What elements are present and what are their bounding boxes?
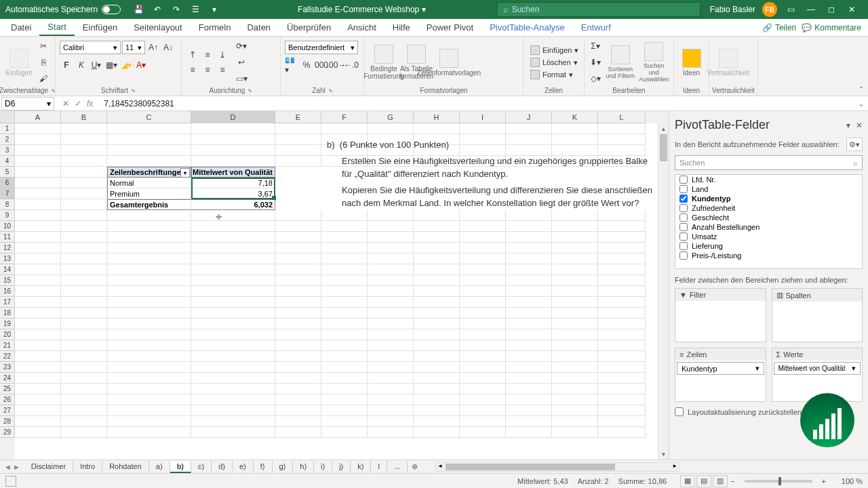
- field-item[interactable]: Geschlecht: [675, 213, 862, 222]
- cell[interactable]: [61, 308, 107, 319]
- page-break-view-icon[interactable]: ▥: [713, 475, 728, 487]
- row-header[interactable]: 28: [0, 416, 15, 427]
- autosave-toggle[interactable]: Automatisches Speichern: [0, 5, 126, 14]
- cell[interactable]: [460, 264, 506, 275]
- cut-icon[interactable]: ✂: [37, 39, 50, 53]
- select-all-button[interactable]: [0, 111, 15, 123]
- cell[interactable]: [61, 286, 107, 297]
- cell[interactable]: [191, 156, 275, 167]
- cell[interactable]: [15, 329, 61, 340]
- cell[interactable]: [321, 340, 368, 351]
- cell[interactable]: [191, 264, 275, 275]
- cell[interactable]: [191, 253, 275, 264]
- cell[interactable]: [368, 221, 414, 232]
- row-header[interactable]: 12: [0, 243, 15, 253]
- cell[interactable]: [414, 329, 460, 340]
- cell[interactable]: [414, 275, 460, 286]
- cell[interactable]: [107, 210, 191, 221]
- cell[interactable]: [460, 394, 506, 405]
- cell[interactable]: [460, 286, 506, 297]
- sheet-tab[interactable]: i): [314, 461, 332, 473]
- cell[interactable]: [61, 362, 107, 373]
- sheet-tab[interactable]: Rohdaten: [102, 461, 149, 473]
- cell[interactable]: [460, 340, 506, 351]
- add-sheet-icon[interactable]: ⊕: [408, 462, 422, 471]
- cell[interactable]: [15, 373, 61, 384]
- row-header[interactable]: 13: [0, 253, 15, 264]
- cell[interactable]: [460, 416, 506, 427]
- cell[interactable]: [61, 210, 107, 221]
- macro-record-icon[interactable]: [5, 476, 16, 487]
- field-item[interactable]: Land: [675, 184, 862, 194]
- cell[interactable]: [191, 286, 275, 297]
- cell[interactable]: [15, 210, 61, 221]
- spreadsheet-grid[interactable]: ABCDEFGHIJKL 123456789101112131415161718…: [0, 111, 669, 460]
- cell[interactable]: [506, 253, 552, 264]
- cell[interactable]: [107, 145, 191, 156]
- cell[interactable]: [368, 253, 414, 264]
- row-header[interactable]: 27: [0, 405, 15, 416]
- cell[interactable]: [506, 319, 552, 329]
- tab-start[interactable]: Start: [39, 19, 74, 36]
- cell[interactable]: [275, 319, 321, 329]
- cell[interactable]: [275, 405, 321, 416]
- field-item[interactable]: Preis-/Leistung: [675, 251, 862, 260]
- cell[interactable]: [61, 351, 107, 362]
- field-checkbox[interactable]: [679, 176, 688, 184]
- field-checkbox[interactable]: [679, 204, 688, 212]
- redo-icon[interactable]: ↷: [171, 4, 182, 15]
- cell[interactable]: [368, 329, 414, 340]
- cell[interactable]: [552, 232, 598, 243]
- cell[interactable]: [61, 145, 107, 156]
- cell[interactable]: [61, 156, 107, 167]
- orientation-icon[interactable]: ⟳▾: [235, 39, 248, 53]
- cell[interactable]: [107, 373, 191, 384]
- cell[interactable]: [368, 243, 414, 253]
- cell[interactable]: [552, 362, 598, 373]
- font-color-icon[interactable]: A▾: [134, 58, 148, 72]
- row-header[interactable]: 2: [0, 134, 15, 145]
- collapse-ribbon-icon[interactable]: ⌃: [859, 85, 864, 93]
- cell[interactable]: [321, 297, 368, 308]
- cell[interactable]: [368, 123, 414, 134]
- tab-seitenlayout[interactable]: Seitenlayout: [125, 19, 191, 36]
- field-checkbox[interactable]: [679, 214, 688, 222]
- column-header[interactable]: I: [460, 111, 506, 123]
- cell[interactable]: [191, 340, 275, 351]
- cell[interactable]: [552, 416, 598, 427]
- cell[interactable]: [15, 221, 61, 232]
- cell[interactable]: [107, 275, 191, 286]
- cell[interactable]: [191, 416, 275, 427]
- cell[interactable]: [506, 297, 552, 308]
- cell[interactable]: [107, 123, 191, 134]
- formula-input[interactable]: 7,18452380952381: [100, 99, 854, 108]
- cell[interactable]: [107, 156, 191, 167]
- currency-icon[interactable]: 💶▾: [285, 58, 298, 72]
- cell[interactable]: [368, 405, 414, 416]
- row-header[interactable]: 23: [0, 362, 15, 373]
- cell[interactable]: [107, 243, 191, 253]
- cell[interactable]: [598, 210, 646, 221]
- insert-cells-button[interactable]: Einfügen▾: [528, 45, 581, 56]
- sheet-tab[interactable]: c): [191, 461, 212, 473]
- gear-icon[interactable]: ⚙▾: [846, 138, 863, 151]
- horizontal-scrollbar[interactable]: ◄ ►: [435, 462, 679, 472]
- border-icon[interactable]: ▦▾: [104, 58, 118, 72]
- cell[interactable]: [61, 221, 107, 232]
- cell[interactable]: [506, 210, 552, 221]
- tab-hilfe[interactable]: Hilfe: [384, 19, 418, 36]
- document-title[interactable]: Fallstudie E-Commerce Webshop ▾: [226, 5, 497, 14]
- cell[interactable]: [414, 253, 460, 264]
- cell[interactable]: [460, 319, 506, 329]
- format-as-table-button[interactable]: Als Tabelle formatieren: [401, 41, 431, 83]
- field-item[interactable]: Zufriedenheit: [675, 203, 862, 213]
- cell[interactable]: [191, 210, 275, 221]
- row-header[interactable]: 5: [0, 167, 15, 178]
- accept-formula-icon[interactable]: ✓: [75, 99, 81, 108]
- cell[interactable]: [598, 394, 646, 405]
- cell[interactable]: [61, 297, 107, 308]
- field-checkbox[interactable]: [679, 251, 688, 260]
- fx-icon[interactable]: fx: [87, 99, 93, 108]
- cell[interactable]: [107, 405, 191, 416]
- cell[interactable]: [61, 373, 107, 384]
